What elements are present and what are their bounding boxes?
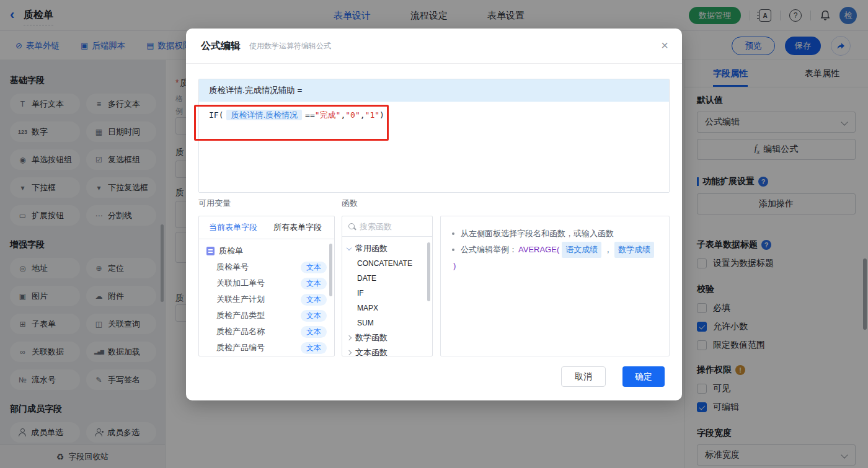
group-label: 文本函数 bbox=[355, 347, 388, 356]
formula-edit-modal: 公式编辑 使用数学运算符编辑公式 × 质检详情.完成情况辅助 = IF(质检详情… bbox=[186, 29, 682, 400]
function-name: IF bbox=[357, 289, 364, 298]
function-name: SUM bbox=[357, 319, 374, 327]
variable-name: 质检单号 bbox=[216, 262, 249, 273]
formula-function-token: IF( bbox=[209, 110, 223, 120]
form-doc-icon bbox=[206, 247, 215, 255]
formula-target-text: 质检详情.完成情况辅助 = bbox=[209, 85, 302, 96]
formula-input-area[interactable]: IF(质检详情.质检情况=="完成","0","1") bbox=[199, 102, 669, 192]
tab-current-form-fields[interactable]: 当前表单字段 bbox=[209, 222, 257, 233]
search-icon bbox=[348, 223, 355, 229]
function-item[interactable]: CONCATENATE bbox=[342, 256, 432, 271]
function-item[interactable]: MAPX bbox=[342, 301, 432, 316]
formula-string-token: "0" bbox=[345, 110, 360, 120]
variable-name: 质检产品编号 bbox=[216, 342, 265, 353]
formula-help-panel: 从左侧面板选择字段名和函数，或输入函数 公式编辑举例： AVERAGE( 语文成… bbox=[440, 216, 670, 356]
type-badge: 文本 bbox=[301, 262, 327, 273]
chevron-right-icon bbox=[347, 350, 352, 355]
type-badge: 文本 bbox=[301, 278, 327, 289]
formula-editor: 质检详情.完成情况辅助 = IF(质检详情.质检情况=="完成","0","1"… bbox=[198, 79, 670, 193]
variable-name: 质检产品类型 bbox=[216, 310, 265, 321]
type-badge: 文本 bbox=[301, 310, 327, 322]
function-name: CONCATENATE bbox=[357, 259, 412, 268]
tree-root-form[interactable]: 质检单 bbox=[199, 243, 334, 259]
function-group-math[interactable]: 数学函数 bbox=[342, 330, 432, 345]
function-item[interactable]: IF bbox=[342, 286, 432, 301]
group-label: 常用函数 bbox=[355, 243, 388, 254]
formula-paren-token: ) bbox=[379, 110, 384, 120]
functions-panel: 常用函数 CONCATENATE DATE IF MAPX SUM 数学函数 文… bbox=[342, 216, 433, 356]
function-group-text[interactable]: 文本函数 bbox=[342, 345, 432, 356]
example-field-chip: 语文成绩 bbox=[562, 242, 601, 258]
variable-row[interactable]: 质检产品编号文本 bbox=[199, 340, 334, 356]
functions-scrollbar[interactable] bbox=[427, 242, 430, 301]
variable-row[interactable]: 关联生产计划文本 bbox=[199, 291, 334, 307]
tab-all-form-fields[interactable]: 所有表单字段 bbox=[273, 222, 322, 233]
example-separator: ， bbox=[604, 242, 612, 258]
tree-root-label: 质检单 bbox=[219, 245, 243, 257]
confirm-button[interactable]: 确定 bbox=[622, 366, 665, 387]
modal-footer: 取消 确定 bbox=[186, 356, 682, 400]
variables-tabs: 当前表单字段 所有表单字段 bbox=[199, 216, 334, 239]
chevron-down-icon bbox=[347, 245, 352, 250]
variables-panel-label: 可用变量 bbox=[198, 198, 231, 209]
example-close-paren: ) bbox=[453, 258, 456, 274]
function-search-input[interactable] bbox=[360, 222, 415, 231]
variable-name: 关联加工单号 bbox=[216, 278, 265, 289]
variables-scrollbar[interactable] bbox=[329, 244, 332, 296]
function-group-common[interactable]: 常用函数 bbox=[342, 241, 432, 256]
bullet-dot bbox=[452, 232, 454, 235]
variable-name: 关联生产计划 bbox=[216, 294, 265, 305]
formula-string-token: "1" bbox=[365, 110, 379, 120]
variable-name: 质检产品名称 bbox=[216, 326, 265, 337]
formula-target-bar: 质检详情.完成情况辅助 = bbox=[199, 79, 669, 102]
close-icon[interactable]: × bbox=[661, 38, 668, 52]
function-name: DATE bbox=[357, 274, 376, 283]
modal-header: 公式编辑 使用数学运算符编辑公式 × bbox=[186, 29, 682, 64]
group-label: 数学函数 bbox=[355, 332, 388, 343]
variable-row[interactable]: 质检产品类型文本 bbox=[199, 307, 334, 324]
help-line-1: 从左侧面板选择字段名和函数，或输入函数 bbox=[452, 226, 658, 242]
variables-tree: 质检单 质检单号文本 关联加工单号文本 关联生产计划文本 质检产品类型文本 质检… bbox=[199, 239, 334, 356]
example-field-chip: 数学成绩 bbox=[614, 242, 654, 258]
type-badge: 文本 bbox=[301, 326, 327, 338]
bullet-dot bbox=[452, 249, 454, 251]
chevron-right-icon bbox=[347, 335, 352, 340]
help-text: 从左侧面板选择字段名和函数，或输入函数 bbox=[461, 226, 614, 242]
variable-row[interactable]: 关联加工单号文本 bbox=[199, 275, 334, 291]
modal-subtitle: 使用数学运算符编辑公式 bbox=[249, 41, 331, 51]
function-search-box[interactable] bbox=[342, 216, 432, 237]
variable-row[interactable]: 质检单号文本 bbox=[199, 259, 334, 275]
modal-title: 公式编辑 bbox=[201, 40, 241, 53]
function-item[interactable]: DATE bbox=[342, 271, 432, 286]
example-function-token: AVERAGE( bbox=[518, 242, 559, 258]
formula-field-chip[interactable]: 质检详情.质检情况 bbox=[226, 110, 302, 120]
help-line-2: 公式编辑举例： AVERAGE( 语文成绩 ， 数学成绩 ) bbox=[452, 242, 658, 274]
functions-panel-label: 函数 bbox=[342, 198, 358, 209]
formula-string-token: "完成" bbox=[315, 110, 341, 120]
function-name: MAPX bbox=[357, 304, 378, 312]
formula-comma-token: , bbox=[360, 110, 365, 120]
type-badge: 文本 bbox=[301, 294, 327, 306]
cancel-button[interactable]: 取消 bbox=[561, 366, 606, 387]
help-text: 公式编辑举例： bbox=[461, 242, 517, 258]
variable-row[interactable]: 质检产品名称文本 bbox=[199, 324, 334, 340]
variables-panel: 当前表单字段 所有表单字段 质检单 质检单号文本 关联加工单号文本 关联生产计划… bbox=[198, 216, 335, 356]
app: ‹ 质检单 表单设计 流程设定 表单设置 数据管理 A ? 检 ⊘ 表单外链 bbox=[0, 0, 868, 468]
function-item[interactable]: SUM bbox=[342, 316, 432, 330]
type-badge: 文本 bbox=[301, 342, 327, 354]
formula-operator-token: == bbox=[305, 110, 315, 120]
functions-tree: 常用函数 CONCATENATE DATE IF MAPX SUM 数学函数 文… bbox=[342, 237, 432, 356]
